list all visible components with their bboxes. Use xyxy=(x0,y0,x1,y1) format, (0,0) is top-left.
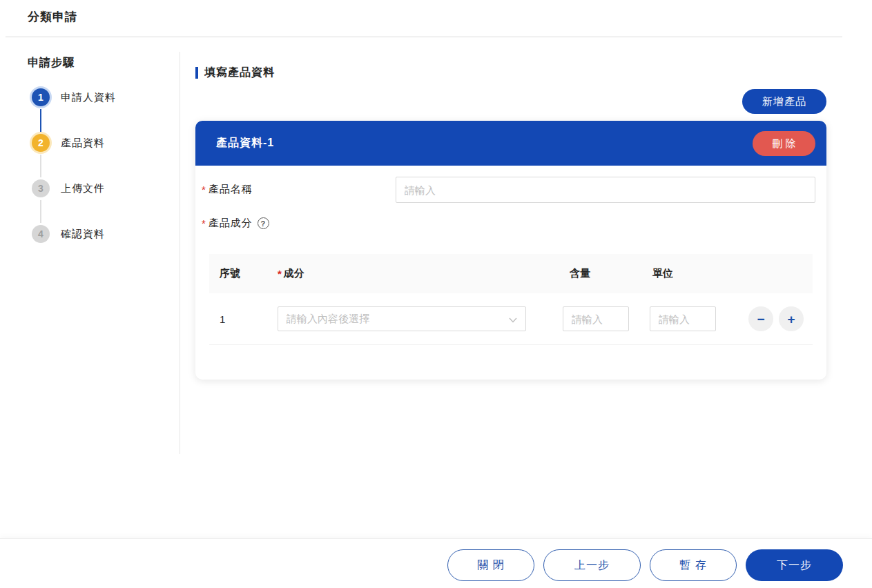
step-number-badge: 1 xyxy=(32,88,50,106)
close-button[interactable]: 關 閉 xyxy=(447,549,534,581)
unit-input[interactable] xyxy=(650,306,716,331)
product-name-label: * 產品名稱 xyxy=(202,183,253,196)
minus-icon: − xyxy=(757,313,764,326)
column-header-content-text: 含量 xyxy=(563,267,590,279)
column-header-no: 序號 xyxy=(209,267,278,280)
step-connector xyxy=(40,155,41,177)
step-connector xyxy=(40,200,41,223)
required-asterisk: * xyxy=(202,217,206,229)
step-number-badge: 3 xyxy=(32,179,50,197)
plus-icon: + xyxy=(787,313,795,326)
delete-product-button[interactable]: 刪 除 xyxy=(753,131,815,156)
remove-row-button[interactable]: − xyxy=(748,306,773,331)
ingredient-select-placeholder: 請輸入內容後選擇 xyxy=(287,313,369,326)
column-header-ingredient-text: 成分 xyxy=(284,267,304,280)
product-card: 產品資料-1 刪 除 * 產品名稱 * 產品成分 ? 序號 * 成分 含量 xyxy=(195,121,826,380)
ingredients-table-header: 序號 * 成分 含量 單位 xyxy=(209,254,813,293)
section-header: 填寫產品資料 xyxy=(195,66,275,80)
step-label: 上傳文件 xyxy=(61,182,105,195)
step-confirm-info[interactable]: 4 確認資料 xyxy=(32,225,105,243)
temporary-save-button[interactable]: 暫 存 xyxy=(650,549,737,581)
step-label: 申請人資料 xyxy=(61,91,116,104)
row-number: 1 xyxy=(209,313,278,325)
top-divider xyxy=(6,37,842,37)
column-header-content: 含量 xyxy=(563,267,650,280)
footer-action-bar: 關 閉 上一步 暫 存 下一步 xyxy=(0,538,872,588)
product-card-title: 產品資料-1 xyxy=(216,136,274,150)
required-asterisk: * xyxy=(278,268,282,280)
step-number-badge: 2 xyxy=(32,134,50,152)
page-title: 分類申請 xyxy=(28,9,77,25)
ingredients-table: 序號 * 成分 含量 單位 1 請輸入內容後選擇 xyxy=(209,254,813,345)
product-name-label-text: 產品名稱 xyxy=(209,183,253,196)
chevron-down-icon xyxy=(509,313,517,325)
previous-step-button[interactable]: 上一步 xyxy=(543,549,641,581)
content-amount-input[interactable] xyxy=(563,306,629,331)
ingredient-select[interactable]: 請輸入內容後選擇 xyxy=(278,306,526,331)
column-header-ingredient: * 成分 xyxy=(278,267,526,280)
product-ingredients-label: * 產品成分 ? xyxy=(202,217,269,230)
section-title: 填寫產品資料 xyxy=(204,66,275,80)
add-product-button[interactable]: 新增產品 xyxy=(742,89,826,114)
product-ingredients-label-text: 產品成分 xyxy=(209,217,253,230)
step-applicant-info[interactable]: 1 申請人資料 xyxy=(32,88,116,106)
step-connector xyxy=(40,109,41,132)
section-accent-bar xyxy=(195,67,198,79)
product-name-input[interactable] xyxy=(396,177,815,203)
stepper-title: 申請步驟 xyxy=(28,56,75,70)
add-row-button[interactable]: + xyxy=(779,306,804,331)
step-number-badge: 4 xyxy=(32,225,50,243)
help-icon[interactable]: ? xyxy=(258,217,269,229)
product-card-header: 產品資料-1 刪 除 xyxy=(195,121,826,166)
step-label: 確認資料 xyxy=(61,228,105,241)
column-header-unit-text: 單位 xyxy=(650,267,673,279)
ingredient-row: 1 請輸入內容後選擇 − + xyxy=(209,293,813,345)
step-product-info[interactable]: 2 產品資料 xyxy=(32,134,105,152)
step-upload-documents[interactable]: 3 上傳文件 xyxy=(32,179,105,197)
required-asterisk: * xyxy=(202,184,206,195)
column-header-unit: 單位 xyxy=(650,267,748,280)
row-actions: − + xyxy=(748,306,804,331)
sidebar-divider xyxy=(180,52,180,454)
step-label: 產品資料 xyxy=(61,137,105,150)
next-step-button[interactable]: 下一步 xyxy=(746,549,843,581)
classification-application-page: 分類申請 申請步驟 1 申請人資料 2 產品資料 3 上傳文件 4 確認資料 填… xyxy=(0,0,872,588)
